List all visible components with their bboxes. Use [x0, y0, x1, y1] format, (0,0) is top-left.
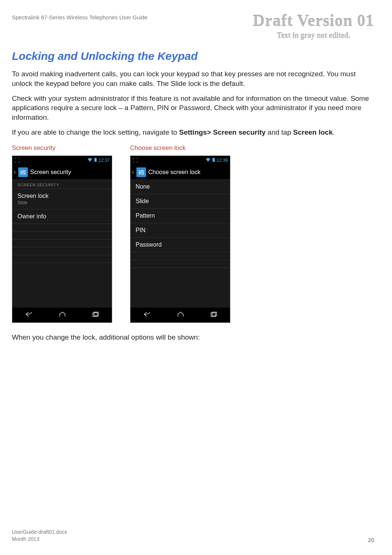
svg-rect-11	[213, 158, 214, 158]
doc-header-title: Spectralink 87-Series Wireless Telephone…	[12, 12, 148, 20]
list-item-owner-info[interactable]: Owner info	[12, 209, 112, 224]
list-item-title: Screen lock	[17, 193, 107, 199]
svg-rect-10	[213, 158, 215, 162]
list-item-sub: Slide	[17, 200, 107, 205]
watermark-subtitle: Text in gray not edited.	[253, 31, 374, 39]
svg-point-17	[140, 173, 142, 174]
settings-list: SCREEN SECURITY Screen lock Slide Owner …	[12, 180, 112, 308]
watermark-title: Draft Version 01	[253, 12, 374, 30]
notification-icon: ⛶	[133, 157, 138, 163]
caption-choose-screen-lock: Choose screen lock	[130, 144, 230, 152]
nav-back-icon[interactable]	[143, 311, 151, 319]
status-time: 12:39	[217, 158, 228, 163]
battery-icon	[94, 158, 97, 163]
list-item-empty	[12, 240, 112, 247]
svg-rect-13	[139, 172, 144, 173]
svg-rect-3	[20, 172, 26, 173]
nav-back-icon[interactable]	[25, 311, 33, 319]
svg-rect-2	[20, 170, 26, 171]
list-item-title: PIN	[136, 227, 225, 234]
battery-icon	[212, 158, 215, 163]
svg-point-7	[22, 173, 23, 174]
svg-point-5	[22, 170, 23, 171]
list-item-empty	[130, 260, 230, 268]
titlebar-text: Screen security	[30, 169, 71, 176]
svg-point-15	[140, 170, 141, 171]
paragraph-2: Check with your system administrator if …	[12, 94, 374, 122]
svg-rect-0	[94, 158, 97, 162]
p3-bold-1: Settings> Screen security	[179, 128, 266, 136]
list-item-password[interactable]: Password	[130, 238, 230, 252]
paragraph-4: When you change the lock, additional opt…	[12, 333, 374, 342]
list-item-empty	[12, 224, 112, 232]
list-item-title: Owner info	[17, 213, 107, 220]
p3-bold-2: Screen lock	[293, 128, 333, 136]
p3-part-a: If you are able to change the lock setti…	[12, 128, 179, 136]
nav-home-icon[interactable]	[177, 311, 184, 319]
status-bar: ⛶ 12:37	[12, 156, 112, 165]
list-item-pin[interactable]: PIN	[130, 223, 230, 238]
titlebar[interactable]: ‹ Screen security	[12, 165, 112, 180]
list-item-title: None	[136, 183, 225, 190]
footer-page-number: 20	[368, 537, 374, 543]
lock-options-list: None Slide Pattern PIN Password	[130, 180, 230, 308]
notification-icon: ⛶	[14, 157, 20, 163]
status-bar: ⛶ 12:39	[130, 156, 230, 165]
list-item-empty	[12, 232, 112, 240]
titlebar[interactable]: ‹ Choose screen lock	[130, 165, 230, 180]
list-item-pattern[interactable]: Pattern	[130, 209, 230, 223]
settings-icon	[18, 167, 28, 177]
list-item-empty	[12, 255, 112, 263]
paragraph-1: To avoid making inadvertent calls, you c…	[12, 69, 374, 88]
list-section-header: SCREEN SECURITY	[12, 180, 112, 189]
list-item-slide[interactable]: Slide	[130, 194, 230, 209]
list-item-empty	[130, 252, 230, 260]
titlebar-text: Choose screen lock	[148, 169, 201, 176]
footer-date: Month 2013	[12, 536, 67, 543]
nav-bar	[130, 308, 230, 323]
wifi-icon	[87, 158, 93, 163]
paragraph-3: If you are able to change the lock setti…	[12, 128, 374, 137]
p3-part-e: .	[333, 128, 334, 136]
wifi-icon	[205, 158, 211, 163]
nav-recent-icon[interactable]	[92, 311, 99, 319]
nav-bar	[12, 308, 112, 323]
list-item-title: Password	[136, 241, 225, 248]
svg-rect-12	[139, 170, 144, 171]
back-icon[interactable]: ‹	[14, 168, 16, 176]
list-item-none[interactable]: None	[130, 180, 230, 194]
back-icon[interactable]: ‹	[132, 168, 134, 176]
svg-point-6	[24, 172, 25, 173]
nav-recent-icon[interactable]	[210, 311, 217, 319]
p3-part-c: and tap	[266, 128, 293, 136]
watermark: Draft Version 01 Text in gray not edited…	[253, 12, 374, 39]
settings-icon	[136, 167, 146, 177]
page-footer: UserGuide-draft01.docx Month 2013 20	[12, 529, 374, 543]
status-time: 12:37	[98, 158, 110, 163]
nav-home-icon[interactable]	[59, 311, 66, 319]
list-item-title: Slide	[136, 198, 225, 205]
list-item-empty	[12, 247, 112, 255]
phone-screenshot-choose-lock: ⛶ 12:39 ‹ Choose screen lock None	[130, 155, 230, 323]
svg-rect-1	[95, 158, 96, 158]
phone-screenshot-security: ⛶ 12:37 ‹ Screen security SCREEN SECURIT…	[12, 155, 112, 323]
svg-point-16	[142, 172, 143, 173]
section-heading: Locking and Unlocking the Keypad	[12, 50, 374, 62]
caption-screen-security: Screen security	[12, 144, 112, 152]
footer-filename: UserGuide-draft01.docx	[12, 529, 67, 536]
list-item-title: Pattern	[136, 212, 225, 219]
list-item-screen-lock[interactable]: Screen lock Slide	[12, 189, 112, 209]
